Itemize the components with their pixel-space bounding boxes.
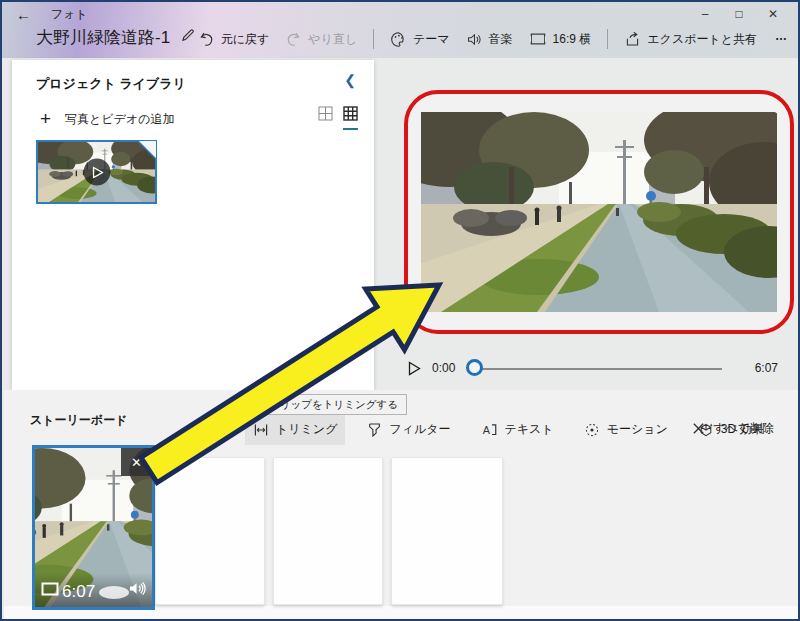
storyboard-placeholder [273,457,383,605]
trim-button[interactable]: トリミング [245,414,345,445]
title-bar: ← フォト – □ ✕ 大野川緑陰道路-1 元に戻す やり直し [2,2,798,58]
edit-pencil-icon[interactable] [180,27,196,48]
photos-app-window: ← フォト – □ ✕ 大野川緑陰道路-1 元に戻す やり直し [0,0,800,621]
app-title: フォト [51,6,88,23]
motion-button[interactable]: モーション [576,414,676,445]
storyboard-clip[interactable]: ✕ 6:07 [32,445,155,610]
selection-corner-badge [139,141,156,158]
aspect-ratio-button[interactable]: 16:9 横 [529,31,592,48]
add-photos-videos-button[interactable]: + 写真とビデオの追加 [40,108,175,130]
filter-icon [367,422,382,438]
filters-button[interactable]: フィルター [359,414,458,445]
trim-icon [253,422,269,438]
clip-audio-icon[interactable] [128,580,147,601]
annotation-red-oval [404,90,794,334]
theme-button[interactable]: テーマ [390,31,450,48]
storyboard-title: ストーリーボード [30,412,127,429]
svg-text:A: A [482,424,490,436]
total-time: 6:07 [755,361,778,375]
library-video-thumbnail[interactable] [36,140,157,204]
export-share-button[interactable]: エクスポートと共有 [624,31,757,48]
delete-all-button[interactable]: すべて削除 [692,420,774,437]
redo-button[interactable]: やり直し [285,31,357,48]
maximize-button[interactable]: □ [722,4,756,24]
clip-frame-icon [41,582,59,600]
clip-highlight-ellipse [99,586,129,599]
playback-controls: 0:00 6:07 [408,357,778,381]
project-library-panel: プロジェクト ライブラリ ❮ + 写真とビデオの追加 [12,60,374,390]
more-options-button[interactable]: … [773,29,792,49]
trim-tooltip: クリップをトリミングする [248,394,407,415]
redo-icon [285,31,302,48]
seek-bar-thumb[interactable] [466,359,483,376]
undo-button[interactable]: 元に戻す [198,31,270,48]
delete-x-icon [692,422,705,435]
storyboard-section: ストーリーボード クリップをトリミングする トリミング フィルター A テキスト… [4,390,800,621]
play-overlay-icon [83,159,110,186]
back-icon[interactable]: ← [16,6,31,23]
library-title: プロジェクト ライブラリ [36,75,186,93]
palette-icon [390,31,407,48]
toolbar-divider [607,29,608,49]
play-button[interactable] [408,361,421,380]
speaker-icon [466,31,483,48]
grid-view-small-icon[interactable] [318,106,333,128]
plus-icon: + [40,108,51,130]
music-button[interactable]: 音楽 [466,31,513,48]
collapse-chevron-icon[interactable]: ❮ [344,72,356,88]
text-icon: A [481,422,498,437]
minimize-button[interactable]: – [688,4,722,24]
clip-duration: 6:07 [62,582,95,602]
trim-icon [253,399,265,411]
main-toolbar: 元に戻す やり直し テーマ 音楽 16:9 横 エクスポートと [198,29,792,49]
grid-view-large-icon[interactable] [343,106,358,130]
current-time: 0:00 [432,361,455,375]
share-icon [624,31,641,48]
motion-icon [584,422,600,438]
aspect-ratio-icon [529,31,547,47]
storyboard-placeholder [391,457,503,605]
seek-bar-track[interactable] [482,368,722,370]
remove-clip-button[interactable]: ✕ [121,448,152,476]
text-button[interactable]: A テキスト [473,414,562,445]
storyboard-placeholder [155,457,265,605]
undo-icon [198,31,215,48]
close-button[interactable]: ✕ [756,4,790,24]
toolbar-divider [373,29,374,49]
project-title: 大野川緑陰道路-1 [36,26,170,49]
